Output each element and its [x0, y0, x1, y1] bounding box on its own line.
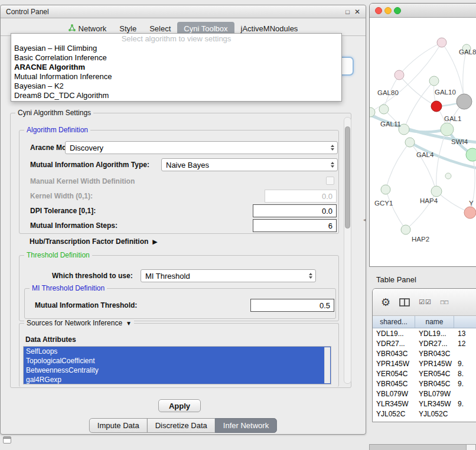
mi-threshold-group: MI Threshold Definition Mutual Informati…: [24, 288, 336, 319]
network-node[interactable]: [429, 76, 439, 86]
table-row[interactable]: YBR043CYBR043C: [373, 348, 476, 358]
hub-definition-section[interactable]: Hub/Transcription Factor Definition ▶: [30, 237, 158, 246]
sources-title-row[interactable]: Sources for Network Inference ▼: [24, 319, 134, 327]
data-attributes-list[interactable]: SelfLoopsTopologicalCoefficientBetweenne…: [23, 346, 331, 384]
float-window-icon[interactable]: □: [345, 8, 350, 15]
which-threshold-select[interactable]: MI Threshold: [141, 269, 316, 282]
table-row[interactable]: YDR27...YDR27...12: [373, 338, 476, 348]
minimize-traffic-icon[interactable]: [384, 7, 392, 14]
tab-label: Network: [79, 24, 107, 33]
table-cell: YDR27...: [373, 340, 415, 348]
gear-icon[interactable]: ⚙: [381, 297, 390, 308]
table-row[interactable]: YDL19...YDL19...13: [373, 328, 476, 338]
control-panel-titlebar[interactable]: Control Panel □ ✕: [1, 5, 366, 18]
bottom-tab-discretize-data[interactable]: Discretize Data: [147, 418, 216, 433]
panel-splitter-handle[interactable]: ◂: [363, 215, 368, 224]
network-node[interactable]: [464, 207, 476, 219]
show-columns-icon[interactable]: ☑☑: [419, 298, 432, 306]
algorithm-option-bayesian-k2[interactable]: Bayesian – K2: [11, 81, 341, 91]
table-row[interactable]: YJL052CYJL052C: [373, 409, 476, 419]
close-window-icon[interactable]: ✕: [354, 8, 360, 16]
table-cell: YLR345W: [415, 400, 454, 408]
mi-steps-field[interactable]: 6: [253, 219, 337, 232]
zoom-traffic-icon[interactable]: [394, 7, 401, 14]
table-cell: 9.: [454, 380, 476, 388]
algorithm-option-list: Bayesian – Hill ClimbingBasic Correlatio…: [11, 44, 341, 100]
network-node[interactable]: [466, 148, 476, 161]
list-scrollbar[interactable]: [324, 347, 330, 383]
hide-columns-icon[interactable]: □□: [441, 299, 449, 305]
network-node-label: SWI4: [451, 138, 468, 145]
network-node-label: GAL1: [444, 115, 461, 122]
table-row[interactable]: YER054CYER054C8.: [373, 369, 476, 379]
columns-icon[interactable]: [399, 298, 410, 306]
manual-kernel-checkbox[interactable]: [326, 177, 334, 185]
tab-label: Cyni Toolbox: [184, 24, 227, 33]
table-row[interactable]: YPR145WYPR145W9.: [373, 358, 476, 369]
algorithm-option-mutual-information-inference[interactable]: Mutual Information Inference: [11, 72, 341, 81]
kernel-width-field[interactable]: 0.0: [265, 190, 337, 203]
network-node[interactable]: [381, 185, 390, 194]
network-node[interactable]: [437, 38, 446, 47]
network-canvas[interactable]: GAL80GAL10GAL11GAL1SWI4GAL4GCY1HAP4HAP2G…: [370, 18, 476, 267]
data-attribute-item[interactable]: BetweennessCentrality: [24, 366, 331, 375]
table-cell: YPR145W: [415, 360, 454, 368]
aracne-mode-select[interactable]: Discovery: [65, 141, 338, 154]
table-body: YDL19...YDL19...13YDR27...YDR27...12YBR0…: [373, 328, 476, 419]
algorithm-option-basic-correlation-inference[interactable]: Basic Correlation Inference: [11, 53, 341, 63]
network-node-label: GAL8: [459, 48, 476, 56]
control-panel-window: Control Panel □ ✕ NetworkStyleSelectCyni…: [0, 5, 366, 435]
combo-arrows-icon: [331, 162, 337, 168]
network-node[interactable]: [431, 101, 442, 112]
data-attribute-item[interactable]: TopologicalCoefficient: [24, 356, 331, 366]
table-cell: YER054C: [415, 370, 454, 378]
algorithm-option-dream8-dc-tdc-algorithm[interactable]: Dream8 DC_TDC Algorithm: [11, 91, 341, 100]
network-node[interactable]: [405, 138, 415, 147]
column-header-shared[interactable]: shared...: [373, 316, 415, 328]
algorithm-option-bayesian-hill-climbing[interactable]: Bayesian – Hill Climbing: [11, 44, 341, 53]
network-node[interactable]: [457, 94, 472, 109]
restore-panel-icon[interactable]: [3, 436, 11, 444]
mi-threshold-field[interactable]: 0.5: [250, 299, 334, 312]
network-node[interactable]: [379, 105, 389, 114]
column-header-extra[interactable]: [454, 316, 476, 328]
titlebar-buttons: □ ✕: [345, 8, 360, 16]
table-row[interactable]: YBL079WYBL079W: [373, 389, 476, 399]
apply-button[interactable]: Apply: [158, 399, 201, 412]
algorithm-option-aracne-algorithm[interactable]: ARACNE Algorithm: [11, 63, 341, 72]
network-node[interactable]: [431, 186, 442, 197]
table-panel-title: Table Panel: [376, 275, 416, 284]
network-node[interactable]: [401, 225, 410, 234]
mi-algorithm-type-select[interactable]: Naive Bayes: [161, 158, 338, 171]
table-cell: YJL052C: [415, 410, 454, 418]
settings-scrollbar[interactable]: [344, 117, 351, 384]
table-cell: YBR045C: [373, 380, 415, 388]
bottom-tab-impute-data[interactable]: Impute Data: [89, 418, 148, 433]
sources-title: Sources for Network Inference: [27, 319, 122, 327]
dpi-tolerance-field[interactable]: 0.0: [253, 204, 337, 217]
data-attribute-item[interactable]: SelfLoops: [24, 347, 331, 356]
network-window-titlebar[interactable]: [370, 4, 476, 18]
mi-threshold-label: Mutual Information Threshold:: [35, 301, 137, 309]
network-node[interactable]: [395, 70, 404, 80]
network-node[interactable]: [441, 123, 454, 136]
bottom-tab-infer-network[interactable]: Infer Network: [215, 418, 277, 433]
expand-expanded-icon[interactable]: ▼: [126, 320, 132, 327]
dpi-tolerance-value: 0.0: [322, 207, 332, 216]
table-row[interactable]: YBR045CYBR045C9.: [373, 379, 476, 389]
close-traffic-icon[interactable]: [375, 7, 382, 14]
table-row[interactable]: YLR345WYLR345W9.: [373, 399, 476, 409]
data-attribute-item[interactable]: gal4RGexp: [24, 375, 331, 384]
combo-arrows-icon: [331, 145, 337, 151]
table-cell: 8.: [454, 370, 476, 378]
column-header-name[interactable]: name: [415, 316, 454, 328]
network-node[interactable]: [445, 173, 451, 179]
expand-collapsed-icon[interactable]: ▶: [152, 238, 157, 246]
sources-group: Sources for Network Inference ▼ Data Att…: [19, 323, 339, 387]
algorithm-definition-title: Algorithm Definition: [24, 126, 90, 134]
network-edge: [404, 81, 434, 129]
hub-definition-label: Hub/Transcription Factor Definition: [30, 237, 148, 246]
settings-scrollbar-thumb[interactable]: [345, 126, 350, 229]
table-cell: YPR145W: [373, 360, 415, 368]
combo-arrows-icon: [309, 273, 315, 279]
